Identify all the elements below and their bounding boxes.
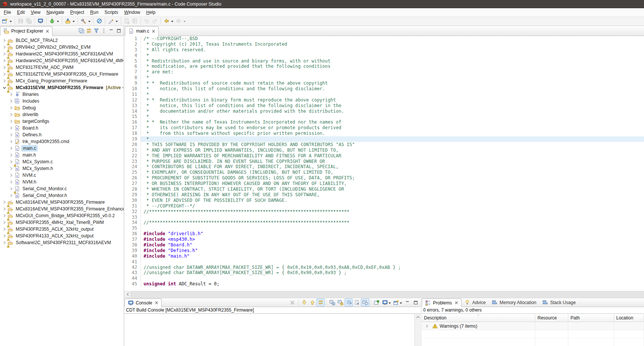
collapse-all-button[interactable] xyxy=(78,27,85,34)
tree-item[interactable]: targetConfigs xyxy=(0,118,124,125)
build-button[interactable] xyxy=(79,17,92,25)
tree-item[interactable]: hIncludes xyxy=(0,98,124,104)
code-line[interactable]: 3 * All rights reserved. xyxy=(124,47,644,53)
chevron-right-icon[interactable] xyxy=(8,179,14,185)
link-with-editor-button[interactable] xyxy=(85,27,93,34)
code-line[interactable]: 25 * EXEMPLARY, OR CONSEQUENTIAL DAMAGES… xyxy=(124,170,644,175)
code-line[interactable]: 29 * OTHERWISE) ARISING IN ANY WAY OUT O… xyxy=(124,192,644,198)
dropdown-arrow-icon[interactable] xyxy=(57,18,59,24)
dropdown-arrow-icon[interactable] xyxy=(183,18,186,24)
chevron-right-icon[interactable] xyxy=(8,145,14,151)
chevron-right-icon[interactable] xyxy=(8,112,14,118)
tree-item[interactable]: ccsDRV84x2_DRV82x2_DRV89x2_EVM xyxy=(0,44,124,51)
code-line[interactable]: 5 * Redistribution and use in source and… xyxy=(124,58,644,64)
tree-item[interactable]: ccsHardwareI2C_MSP430FR2355_MCF8316AEVM_… xyxy=(0,57,124,64)
tree-item[interactable]: ccsMCx8315EVM_MSP430FR2355_Firmware[Acti… xyxy=(0,84,124,91)
close-icon[interactable] xyxy=(455,301,458,304)
doc-refresh-button[interactable] xyxy=(123,17,131,25)
menu-file[interactable]: File xyxy=(1,9,14,16)
code-line[interactable]: 26 * PROCUREMENT OF SUBSTITUTE GOODS OR … xyxy=(124,175,644,181)
code-line[interactable]: 41 xyxy=(124,259,644,265)
code-line[interactable]: 36#include "driverlib.h" xyxy=(124,231,644,237)
tree-item[interactable]: ccsMCx_Gang_Programmer_Firmware xyxy=(0,78,124,84)
tree-item[interactable]: ccsMCT8316ZTEVM_MSP430FR2355_GUI_Firmwar… xyxy=(0,71,124,78)
tab-project-explorer[interactable]: Project Explorer xyxy=(0,26,52,36)
terminate-button[interactable] xyxy=(288,298,297,306)
maximize-button[interactable] xyxy=(115,27,123,34)
save-button[interactable] xyxy=(16,17,25,25)
chevron-right-icon[interactable] xyxy=(8,139,14,145)
menu-scripts[interactable]: Scripts xyxy=(102,9,121,16)
tree-item[interactable]: 10Binaries xyxy=(0,91,124,98)
code-line[interactable]: 39#include "Defines.h" xyxy=(124,248,644,254)
tree-item[interactable]: hDefines.h xyxy=(0,131,124,138)
code-line[interactable]: 27 * OR BUSINESS INTERRUPTION) HOWEVER C… xyxy=(124,181,644,186)
menu-project[interactable]: Project xyxy=(67,9,87,16)
view-menu-button[interactable] xyxy=(100,27,108,34)
code-line[interactable]: 30 * EVEN IF ADVISED OF THE POSSIBILITY … xyxy=(124,198,644,203)
tree-item[interactable]: cNVM.c xyxy=(0,172,124,179)
tree-item[interactable]: cmain.c xyxy=(0,145,124,152)
flash-button[interactable] xyxy=(64,17,76,25)
code-line[interactable]: 23 * PURPOSE ARE DISCLAIMED. IN NO EVENT… xyxy=(124,159,644,164)
tree-item[interactable]: hSerial_Cmd_Monitor.h xyxy=(0,192,124,199)
tree-item[interactable]: hMCx_System.h xyxy=(0,165,124,172)
menu-window[interactable]: Window xyxy=(121,9,143,16)
dropdown-arrow-icon[interactable] xyxy=(400,300,402,305)
problems-row-warnings-group[interactable]: Warnings (7 items) xyxy=(422,322,644,330)
tab-console[interactable]: Console xyxy=(124,298,162,307)
scroll-lock-button[interactable] xyxy=(336,298,344,306)
code-line[interactable]: 35 xyxy=(124,225,644,231)
new-wizard-button[interactable] xyxy=(1,17,13,25)
tree-item[interactable]: Debug xyxy=(0,104,124,111)
minimize-button[interactable] xyxy=(108,27,115,34)
editor-horizontal-scrollbar[interactable] xyxy=(124,291,644,297)
chevron-right-icon[interactable] xyxy=(8,105,14,111)
code-line[interactable]: 33 xyxy=(124,215,644,220)
prev-console-button[interactable] xyxy=(308,298,316,306)
tab-problems[interactable]: Problems xyxy=(422,298,461,307)
tree-item[interactable]: ccsBLDC_MCF_TRIAL2 xyxy=(0,37,124,44)
dropdown-arrow-icon[interactable] xyxy=(388,300,391,305)
close-icon[interactable] xyxy=(46,30,49,33)
code-line[interactable]: 17 * its contributors may be used to end… xyxy=(124,125,644,131)
column-header-resource[interactable]: Resource xyxy=(535,314,568,322)
filter-button[interactable] xyxy=(93,27,100,34)
code-line[interactable]: 7 * are met: xyxy=(124,69,644,75)
column-header-path[interactable]: Path xyxy=(568,314,614,322)
code-line[interactable]: 34//************************************… xyxy=(124,220,644,225)
code-line[interactable]: 18 * from this software without specific… xyxy=(124,131,644,136)
forward-button[interactable] xyxy=(175,17,187,25)
code-line[interactable]: 6 * modification, are permitted provided… xyxy=(124,64,644,69)
code-line[interactable]: 4 * xyxy=(124,53,644,58)
chevron-right-icon[interactable] xyxy=(8,152,14,158)
code-line[interactable]: 42//unsigned char DATAWR_ARRAY[MAX_PACKE… xyxy=(124,265,644,270)
doc-view-button[interactable] xyxy=(131,17,139,25)
scroll-up-icon[interactable] xyxy=(415,314,421,320)
code-line[interactable]: 24 * CONTRIBUTORS BE LIABLE FOR ANY DIRE… xyxy=(124,164,644,170)
tab-main-c[interactable]: c main.c xyxy=(125,26,159,36)
code-line[interactable]: 40#include "main.h" xyxy=(124,254,644,259)
code-line[interactable]: 43//unsigned char DATAWR_ARRAY[MAX_PACKE… xyxy=(124,270,644,276)
code-line[interactable]: 19 * xyxy=(124,136,644,142)
code-line[interactable]: 1/* --COPYRIGHT--,BSD xyxy=(124,36,644,42)
tree-item[interactable]: ccsMCx8316AEVM_MSP430FR2355_Firmware_Enh… xyxy=(0,206,124,212)
menu-help[interactable]: Help xyxy=(143,9,159,16)
dropdown-arrow-icon[interactable] xyxy=(171,18,174,24)
tree-item[interactable]: ccsMCx8316AEVM_MSP430FR2355_Firmware xyxy=(0,199,124,206)
menu-view[interactable]: View xyxy=(28,9,43,16)
menu-run[interactable]: Run xyxy=(87,9,102,16)
tree-item[interactable]: hmain.h xyxy=(0,152,124,158)
close-icon[interactable] xyxy=(155,301,158,304)
chevron-right-icon[interactable] xyxy=(8,98,14,104)
display-console-button[interactable] xyxy=(381,298,392,306)
dropdown-arrow-icon[interactable] xyxy=(72,18,75,24)
dropdown-arrow-icon[interactable] xyxy=(88,18,91,24)
show-stdout-button[interactable] xyxy=(328,298,336,306)
dropdown-arrow-icon[interactable] xyxy=(115,18,118,24)
edit-pen-button[interactable] xyxy=(107,17,119,25)
code-line[interactable]: 37#include <msp430.h> xyxy=(124,237,644,242)
clear-console-button[interactable] xyxy=(353,298,361,306)
maximize-button[interactable] xyxy=(412,298,420,306)
tree-item[interactable]: ccsMSP430FR2355_ACLK_32kHz_output xyxy=(0,226,124,233)
